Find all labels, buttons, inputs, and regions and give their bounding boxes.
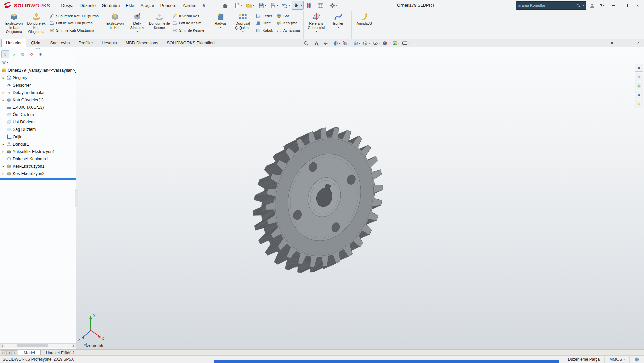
view-orientation-button[interactable]: ▾ — [352, 40, 362, 47]
linear-pattern-button[interactable]: Doğrusal Çoğaltma▾ — [232, 11, 254, 39]
search-icon[interactable] — [576, 3, 581, 8]
filter-icon[interactable] — [2, 60, 6, 65]
options-grid-button[interactable]: ▾ — [316, 1, 327, 10]
zoom-to-fit-button[interactable]: ▾ — [302, 40, 312, 47]
menu-item[interactable]: Dosya — [58, 2, 77, 9]
print-button[interactable]: ▾ — [268, 1, 280, 10]
expand-arrow-icon[interactable]: ▸ — [1, 91, 5, 94]
doc-minimize-button[interactable] — [617, 39, 625, 46]
units-selector[interactable]: MMGS▴ — [604, 356, 629, 363]
ribbon-tab[interactable]: MBD Dimensions — [121, 39, 163, 47]
swept-cut-button[interactable]: Kıvrımlı Kes — [170, 12, 206, 19]
tree-item[interactable]: ▸ Orijin — [0, 133, 76, 141]
ribbon-tab[interactable]: Çizim — [26, 39, 46, 47]
hole-wizard-button[interactable]: Delik Sihirbazı▾ — [126, 11, 148, 39]
tree-item[interactable]: ▸ 1.4000 (X6Cr13) — [0, 104, 76, 111]
propertymanager-tab[interactable] — [10, 50, 18, 58]
expand-arrow-icon[interactable]: ▸ — [1, 98, 5, 102]
ribbon-tab[interactable]: SOLIDWORKS Eklentileri — [162, 39, 219, 47]
previous-view-button[interactable]: ▾ — [322, 40, 332, 47]
edit-appearance-button[interactable]: ▾ — [381, 40, 391, 47]
draft-button[interactable]: Draft — [254, 19, 275, 27]
scroll-left-icon[interactable]: ◂ — [0, 344, 4, 348]
tree-item[interactable]: ▸ Döndür1 — [0, 141, 76, 148]
doc-pane-toggle-icon[interactable]: ◂▸ — [608, 39, 616, 46]
ribbon-tab[interactable]: Unsurlar — [1, 39, 26, 47]
expand-arrow-icon[interactable]: ▸ — [1, 150, 5, 153]
tree-item[interactable]: ▸ Örnek179 (Varsayılan<<Varsayılan>_G — [0, 67, 76, 74]
task-pane-home-button[interactable] — [635, 64, 643, 72]
menu-item[interactable]: Yardım — [179, 2, 199, 9]
menu-item[interactable]: Ekle — [123, 2, 137, 9]
dimxpertmanager-tab[interactable] — [28, 50, 36, 58]
select-button[interactable]: ▾ — [292, 1, 304, 10]
boundary-boss-button[interactable]: Sınır ile Katı Oluşturma — [47, 27, 100, 34]
tree-item[interactable]: ▸ Geçmiş — [0, 74, 76, 82]
bottom-tab[interactable]: Model — [18, 350, 41, 356]
options-button[interactable]: ▾ — [328, 1, 339, 10]
doc-restore-button[interactable] — [626, 39, 633, 46]
command-search-input[interactable]: arama Komutları ▾ — [516, 1, 586, 10]
appearances-scenes-button[interactable] — [635, 91, 643, 99]
doc-close-button[interactable]: × — [635, 39, 642, 46]
revolved-boss-button[interactable]: Döndürerek Katı Oluşturma▾ — [25, 11, 47, 39]
tree-item[interactable]: ▸ Üst Düzlem — [0, 118, 76, 126]
tree-item[interactable]: ▸ Sağ Düzlem — [0, 126, 76, 133]
graphics-area[interactable]: Y X Z *İzometrik — [0, 47, 644, 350]
ribbon-tab[interactable]: Hesapla — [97, 39, 121, 47]
rebuild-button[interactable]: ▾ — [304, 1, 316, 10]
instant3d-button[interactable]: Anında3B▾ — [353, 11, 375, 39]
zoom-to-area-button[interactable]: ▾ — [312, 40, 322, 47]
help-button[interactable]: ?▾ — [598, 3, 606, 8]
menu-item[interactable]: Görünüm — [99, 2, 123, 9]
fillet-button[interactable]: Radyus▾ — [210, 11, 232, 39]
hide-show-items-button[interactable]: ▾ — [371, 40, 381, 47]
window-close-button[interactable]: × — [633, 1, 643, 10]
menu-item[interactable]: Düzenle — [76, 2, 99, 9]
rib-button[interactable]: Feder — [254, 12, 275, 19]
3d-drawing-view-button[interactable]: ▾ — [341, 40, 352, 47]
pin-menu-icon[interactable] — [199, 3, 208, 8]
boundary-cut-button[interactable]: Sınır ile Kesme — [170, 27, 206, 34]
ribbon-tab[interactable]: Profiller — [74, 39, 97, 47]
undo-button[interactable]: ▾ — [280, 1, 292, 10]
window-minimize-button[interactable] — [608, 1, 619, 10]
open-button[interactable]: ▾ — [244, 1, 256, 10]
display-style-button[interactable]: ▾ — [361, 40, 371, 47]
custom-properties-button[interactable] — [635, 100, 643, 108]
view-settings-button[interactable]: ▾ — [401, 40, 411, 47]
expand-arrow-icon[interactable]: ▸ — [1, 172, 5, 175]
wrap-button[interactable]: Sar — [275, 12, 302, 19]
lofted-cut-button[interactable]: Loft ile Kesim — [170, 19, 206, 27]
swept-boss-button[interactable]: Süpürerek Katı Oluşturma — [47, 12, 100, 19]
scroll-right-icon[interactable]: ▸ — [72, 344, 76, 348]
tree-item[interactable]: ▸ Dairesel Kaplama1 — [0, 155, 76, 163]
tree-item[interactable]: ▸ Yükseklik-Ekstrüzyon1 — [0, 148, 76, 155]
tree-item[interactable]: ▸ Kes-Ekstrüzyon1 — [0, 163, 76, 170]
home-button[interactable]: ▾ — [220, 1, 232, 10]
status-globe-icon[interactable] — [629, 356, 644, 363]
tree-item[interactable]: ▸ Ön Düzlem — [0, 111, 76, 118]
lofted-boss-button[interactable]: Loft ile Katı Oluşturma — [47, 19, 100, 27]
gear-model[interactable]: Y X Z — [0, 47, 644, 350]
bottom-tab[interactable]: Hareket Etüdü 1 — [41, 350, 80, 356]
tree-item[interactable]: ▸ Detaylandırmalar — [0, 89, 76, 96]
tree-item[interactable]: ▸ Sensörler — [0, 82, 76, 89]
apply-scene-button[interactable]: ▾ — [391, 40, 401, 47]
panel-grip[interactable]: ••• — [0, 47, 76, 50]
tab-scroll-next-icon[interactable]: ▸ — [12, 350, 17, 355]
expand-arrow-icon[interactable]: ▸ — [1, 165, 5, 168]
expand-arrow-icon[interactable]: ▸ — [1, 143, 5, 146]
featuremanager-tab[interactable] — [1, 50, 9, 58]
intersect-button[interactable]: Kesişme — [275, 19, 302, 27]
view-palette-button[interactable] — [635, 82, 643, 90]
tab-scroll-first-icon[interactable]: |◂ — [1, 350, 6, 355]
extruded-cut-button[interactable]: Ekstrüzyon ile Kes▾ — [104, 11, 126, 39]
configurationmanager-tab[interactable] — [19, 50, 27, 58]
panel-horizontal-scrollbar[interactable]: ◂ ▸ — [0, 343, 76, 348]
ribbon-tab[interactable]: Sac Levha — [46, 39, 74, 47]
panel-splitter-handle[interactable] — [75, 190, 78, 206]
reference-geometry-button[interactable]: Referans Geometrisi▾ — [305, 11, 327, 39]
design-library-button[interactable] — [635, 73, 643, 81]
menu-item[interactable]: Pencere — [157, 2, 179, 9]
